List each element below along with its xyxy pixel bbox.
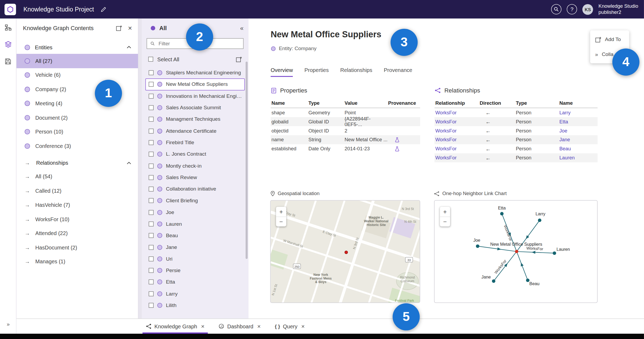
relationship-filter-item[interactable]: →All (54) [17,170,138,184]
related-entity-link[interactable]: Joe [559,128,596,134]
entity-filter-item[interactable]: Vehicle (6) [17,68,138,82]
item-checkbox[interactable] [149,303,154,308]
related-entity-link[interactable]: Jane [559,137,596,143]
item-checkbox[interactable] [149,163,154,168]
bottom-tab-dashboard[interactable]: Dashboard✕ [214,319,265,334]
relationship-filter-item[interactable]: →Attended (22) [17,226,138,240]
item-checkbox[interactable] [149,105,154,110]
entity-filter-item[interactable]: Conference (3) [17,139,138,153]
graph-node[interactable] [476,244,479,248]
help-icon[interactable]: ? [567,4,577,14]
graph-item-row[interactable]: Client Briefing [145,195,245,207]
zoom-out-button[interactable]: − [440,217,450,227]
zoom-in-button[interactable]: + [276,207,286,217]
layers-icon[interactable] [3,39,13,49]
graph-item-row[interactable]: Staplers Mechanical Engineering [145,67,245,79]
item-checkbox[interactable] [149,221,154,227]
graph-item-row[interactable]: Joe [145,207,245,218]
close-tab-icon[interactable]: ✕ [301,324,305,329]
item-checkbox[interactable] [149,233,154,238]
item-checkbox[interactable] [149,268,154,273]
graph-item-row[interactable]: Attendance Certificate [145,125,245,137]
graph-node[interactable] [538,219,541,222]
scrollbar-thumb[interactable] [246,62,248,259]
item-checkbox[interactable] [149,175,154,180]
graph-item-row[interactable]: New Metal Office Suppliers [145,79,245,90]
item-checkbox[interactable] [149,245,154,250]
zoom-out-button[interactable]: − [276,217,286,227]
relationship-link[interactable]: WorksFor [434,119,480,125]
relationship-link[interactable]: WorksFor [434,155,480,161]
bottom-tab-query[interactable]: { }Query✕ [271,319,309,334]
map-marker[interactable] [345,251,348,254]
item-checkbox[interactable] [149,82,154,87]
graph-item-row[interactable]: Jane [145,241,245,253]
item-checkbox[interactable] [149,152,154,157]
graph-item-row[interactable]: Beau [145,230,245,241]
chevron-up-icon[interactable] [127,46,132,49]
save-icon[interactable] [3,56,13,66]
graph-node[interactable] [553,251,556,255]
item-checkbox[interactable] [149,210,154,215]
provenance-icon[interactable] [395,146,420,151]
zoom-in-button[interactable]: + [440,207,450,217]
edit-title-icon[interactable] [100,6,106,12]
relationship-filter-item[interactable]: →Manages (1) [17,255,138,269]
graph-item-row[interactable]: Innovations in Mechanical Engin... [145,90,245,102]
graph-node[interactable] [492,279,495,283]
tab-properties[interactable]: Properties [304,67,329,77]
item-checkbox[interactable] [149,256,154,261]
relationship-link[interactable]: WorksFor [434,146,480,152]
collapse-panel-icon[interactable]: « [240,25,244,31]
entities-section-header[interactable]: Entities [17,41,138,54]
graph-item-row[interactable]: Firebird Title [145,137,245,148]
graph-item-row[interactable]: Sales Review [145,172,245,183]
graph-item-row[interactable]: Montly check-in [145,160,245,172]
graph-node[interactable] [526,279,529,282]
item-checkbox[interactable] [149,128,154,134]
add-item-icon[interactable] [116,25,122,31]
item-checkbox[interactable] [149,291,154,296]
item-checkbox[interactable] [149,198,154,203]
entity-filter-item[interactable]: Person (10) [17,125,138,139]
related-entity-link[interactable]: Larry [559,110,596,116]
related-entity-link[interactable]: Beau [559,146,596,152]
graph-item-row[interactable]: Lilith [145,300,245,311]
link-chart-canvas[interactable]: WorksForWorksForWorksForEttaLarryJoeLaur… [434,200,597,303]
graph-item-row[interactable]: Lauren [145,218,245,230]
close-tab-icon[interactable]: ✕ [201,324,205,329]
avatar[interactable]: KS [582,4,593,15]
tab-provenance[interactable]: Provenance [384,67,412,77]
bottom-tab-knowledge-graph[interactable]: Knowledge Graph✕ [142,319,209,334]
relationship-filter-item[interactable]: →HasVehicle (7) [17,198,138,212]
select-all-checkbox[interactable] [148,57,153,62]
item-checkbox[interactable] [149,140,154,145]
graph-item-row[interactable]: Collaboration initiative [145,183,245,195]
graph-node[interactable] [500,212,504,215]
graph-item-row[interactable]: L. Jones Contract [145,148,245,160]
graph-center-node[interactable] [515,250,518,253]
relationship-filter-item[interactable]: →Called (12) [17,184,138,198]
close-tab-icon[interactable]: ✕ [257,324,261,329]
tab-relationships[interactable]: Relationships [340,67,372,77]
item-checkbox[interactable] [149,280,154,285]
tab-overview[interactable]: Overview [271,67,293,77]
hierarchy-icon[interactable] [3,23,13,33]
relationship-link[interactable]: WorksFor [434,137,480,143]
add-item-icon[interactable] [236,56,242,62]
chevron-up-icon[interactable] [127,161,132,164]
graph-item-row[interactable]: Sales Associate Summit [145,102,245,114]
expand-rail-icon[interactable]: » [0,321,17,327]
close-panel-icon[interactable]: ✕ [128,25,132,31]
link-chart[interactable]: + − WorksForWorksForWorksForEttaLarryJoe… [434,200,598,303]
graph-item-row[interactable]: Larry [145,288,245,300]
item-checkbox[interactable] [149,70,154,75]
graph-item-row[interactable]: Etta [145,276,245,288]
graph-item-row[interactable]: Managment Techniques [145,114,245,125]
item-checkbox[interactable] [149,187,154,192]
search-icon[interactable] [551,4,562,14]
relationship-link[interactable]: WorksFor [434,110,480,116]
app-logo[interactable] [5,3,16,15]
popup-item[interactable]: Add To [590,32,629,47]
relationships-section-header[interactable]: → Relationships [17,156,138,170]
